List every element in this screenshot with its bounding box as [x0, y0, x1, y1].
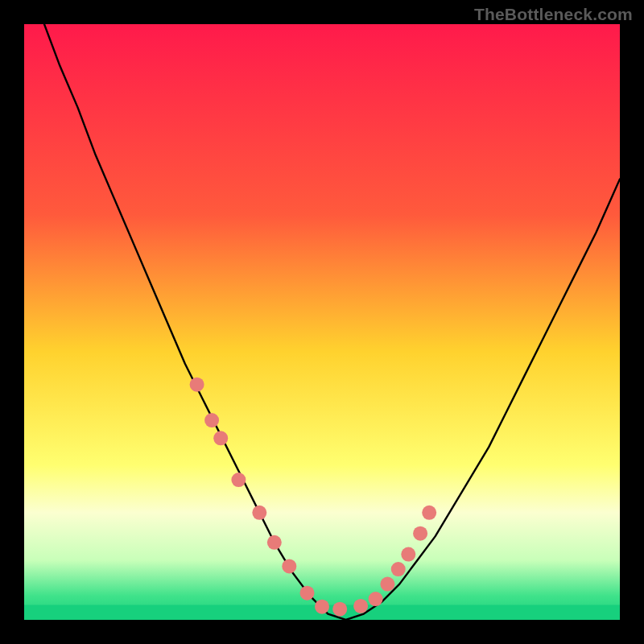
marker-dot [380, 577, 394, 592]
marker-dot [213, 431, 228, 445]
marker-dot [332, 602, 347, 617]
marker-dot [353, 599, 368, 613]
plot-area [24, 24, 620, 620]
marker-dot [422, 506, 436, 520]
marker-dot [282, 559, 296, 573]
marker-dot [391, 562, 406, 576]
chart-frame: TheBottleneck.com [0, 0, 644, 644]
marker-dot [190, 378, 204, 392]
marker-dot [267, 535, 282, 550]
marker-dot [204, 413, 219, 427]
marker-dot [252, 506, 266, 520]
watermark-text: TheBottleneck.com [474, 5, 633, 24]
marker-dot [401, 547, 415, 562]
marker-dot [231, 473, 246, 487]
marker-dot [369, 592, 383, 606]
marker-dot [315, 600, 329, 614]
chart-svg [24, 24, 620, 620]
gradient-background [24, 24, 620, 620]
marker-dot [413, 526, 427, 541]
marker-dot [300, 586, 315, 601]
